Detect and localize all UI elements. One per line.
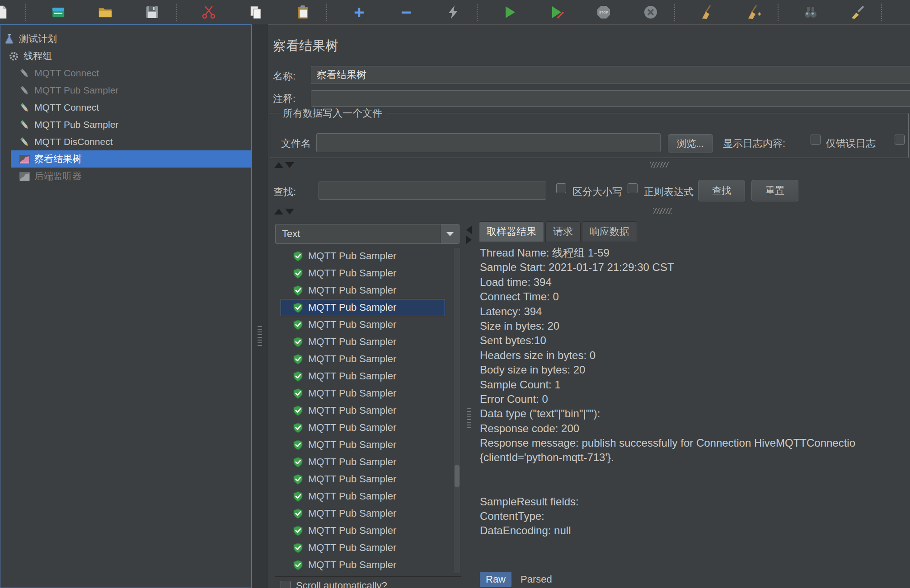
result-item[interactable]: MQTT Pub Sampler — [281, 539, 445, 556]
case-sensitive-checkbox[interactable] — [556, 183, 566, 193]
result-item[interactable]: MQTT Pub Sampler — [281, 333, 445, 350]
shield-check-icon — [292, 525, 304, 537]
result-item[interactable]: MQTT Pub Sampler — [281, 436, 445, 453]
result-item[interactable]: MQTT Pub Sampler — [281, 316, 445, 333]
shield-check-icon — [292, 405, 304, 416]
tree-item-5[interactable]: MQTT Pub Sampler — [0, 116, 251, 133]
result-item[interactable]: MQTT Pub Sampler — [281, 419, 445, 436]
start-button[interactable] — [500, 2, 520, 22]
tree-item-8[interactable]: 后端监听器 — [0, 168, 251, 185]
result-item[interactable]: MQTT Pub Sampler — [281, 522, 445, 539]
shield-check-icon — [292, 491, 304, 502]
shield-check-icon — [292, 319, 304, 331]
list-divider — [275, 576, 461, 577]
toggle-button[interactable] — [443, 2, 463, 22]
dropdown-arrow-icon[interactable] — [441, 224, 459, 243]
view-mode-dropdown[interactable]: Text — [275, 224, 460, 244]
result-item-label: MQTT Pub Sampler — [308, 285, 396, 296]
save-button[interactable] — [142, 2, 162, 22]
result-item[interactable]: MQTT Pub Sampler — [281, 453, 445, 471]
lower-splitter-collapse-up[interactable] — [274, 209, 283, 215]
result-item-label: MQTT Pub Sampler — [308, 422, 396, 434]
lower-splitter-grip-icon[interactable] — [653, 208, 672, 214]
result-item[interactable]: MQTT Pub Sampler — [281, 282, 445, 299]
details-panel: 取样器结果请求响应数据 Thread Name: 线程组 1-59Sample … — [474, 219, 910, 588]
listener-icon — [19, 153, 30, 165]
filename-input[interactable] — [316, 133, 661, 152]
upper-splitter-collapse-up[interactable] — [274, 162, 283, 168]
parsed-tab[interactable]: Parsed — [519, 572, 554, 587]
templates-button[interactable] — [48, 2, 68, 22]
result-item[interactable]: MQTT Pub Sampler — [281, 556, 445, 574]
result-item-label: MQTT Pub Sampler — [308, 405, 396, 416]
tab-请求[interactable]: 请求 — [545, 221, 581, 242]
find-button[interactable]: 查找 — [698, 180, 745, 201]
errors-only-checkbox[interactable] — [811, 135, 821, 145]
tree-main-splitter[interactable] — [252, 24, 268, 588]
search-input[interactable] — [319, 182, 546, 200]
tab-取样器结果[interactable]: 取样器结果 — [479, 221, 544, 242]
lower-splitter-collapse-down[interactable] — [285, 209, 294, 215]
panel-collapse-right-arrow[interactable] — [466, 236, 472, 244]
reset-button[interactable]: 重置 — [751, 180, 798, 201]
tree-item-7[interactable]: 察看结果树 — [11, 150, 251, 168]
tree-item-2[interactable]: MQTT Connect — [0, 65, 251, 82]
partial-button[interactable] — [904, 2, 910, 22]
shutdown-button[interactable] — [641, 2, 661, 22]
tree-item-4[interactable]: MQTT Connect — [0, 99, 251, 116]
panel-collapse-left-arrow[interactable] — [466, 226, 472, 234]
result-item[interactable]: MQTT Pub Sampler — [281, 471, 445, 488]
search-reset-button[interactable] — [848, 2, 868, 22]
paste-button[interactable] — [293, 2, 313, 22]
tab-响应数据[interactable]: 响应数据 — [582, 221, 637, 242]
clear-all-button[interactable] — [744, 2, 764, 22]
upper-splitter-grip-icon[interactable] — [650, 162, 669, 168]
raw-tab[interactable]: Raw — [480, 572, 511, 587]
result-item[interactable]: MQTT Pub Sampler — [281, 385, 445, 402]
result-line: Body size in bytes: 20 — [480, 363, 910, 377]
search-label: 查找: — [273, 185, 296, 199]
write-file-group: 所有数据写入一个文件 文件名 浏览... 显示日志内容: 仅错误日志 — [270, 113, 909, 158]
sampler-icon — [19, 136, 30, 148]
shield-check-icon — [292, 285, 304, 296]
tree-item-6[interactable]: MQTT DisConnect — [0, 133, 251, 150]
panel-splitter-grip-icon[interactable] — [467, 406, 471, 428]
result-item[interactable]: MQTT Pub Sampler — [281, 402, 445, 419]
result-line: Sample Count: 1 — [480, 378, 910, 392]
listener-icon — [19, 170, 30, 182]
new-file-button[interactable] — [0, 2, 12, 22]
result-item[interactable]: MQTT Pub Sampler — [281, 299, 445, 316]
comment-input[interactable] — [311, 90, 910, 107]
open-file-button[interactable] — [95, 2, 115, 22]
successes-only-checkbox[interactable] — [895, 135, 905, 145]
stop-button[interactable]: STOP — [594, 2, 614, 22]
tree-item-1[interactable]: 线程组 — [0, 47, 251, 65]
result-item[interactable]: MQTT Pub Sampler — [281, 368, 445, 385]
result-item-label: MQTT Pub Sampler — [308, 490, 396, 502]
result-item[interactable]: MQTT Pub Sampler — [281, 488, 445, 505]
start-no-timers-button[interactable] — [547, 2, 567, 22]
result-item[interactable]: MQTT Pub Sampler — [281, 350, 445, 368]
cut-button[interactable] — [199, 2, 219, 22]
result-item[interactable]: MQTT Pub Sampler — [281, 247, 445, 265]
result-line: Load time: 394 — [480, 275, 910, 289]
scroll-auto-checkbox[interactable] — [281, 581, 291, 588]
browse-button[interactable]: 浏览... — [668, 134, 713, 153]
search-button[interactable] — [801, 2, 821, 22]
result-item[interactable]: MQTT Pub Sampler — [281, 265, 445, 282]
result-item[interactable]: MQTT Pub Sampler — [281, 505, 445, 522]
name-input[interactable] — [311, 66, 910, 84]
results-scrollbar[interactable] — [454, 247, 460, 574]
collapse-all-button[interactable]: − — [396, 2, 416, 22]
splitter-grip-icon[interactable] — [258, 324, 262, 346]
regex-checkbox[interactable] — [628, 183, 638, 193]
upper-splitter-collapse-down[interactable] — [285, 162, 294, 168]
result-item-label: MQTT Pub Sampler — [308, 473, 396, 485]
tree-item-3[interactable]: MQTT Pub Sampler — [0, 82, 251, 99]
result-item-label: MQTT Pub Sampler — [308, 387, 396, 399]
scrollbar-thumb[interactable] — [455, 465, 460, 487]
copy-button[interactable] — [246, 2, 266, 22]
clear-button[interactable] — [697, 2, 717, 22]
expand-all-button[interactable]: + — [349, 2, 369, 22]
tree-item-0[interactable]: 测试计划 — [0, 30, 251, 47]
